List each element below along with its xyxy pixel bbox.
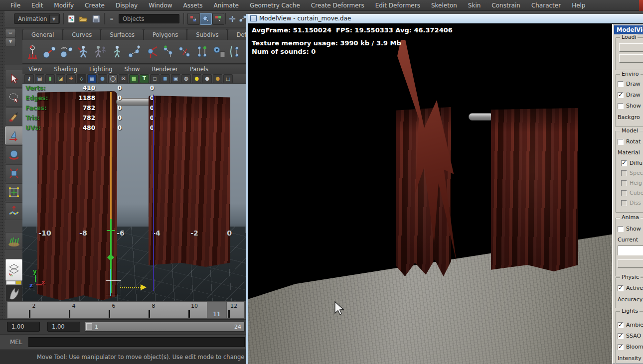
menu-constrain[interactable]: Constrain xyxy=(486,2,526,9)
menu-window[interactable]: Window xyxy=(143,2,177,9)
load-button-1[interactable] xyxy=(619,43,643,52)
joint-connect-shelf-icon[interactable] xyxy=(194,43,210,61)
collapse-bars-icon[interactable]: ≡ xyxy=(107,14,117,24)
show-checkbox[interactable]: Show xyxy=(618,102,641,110)
viewport-menu-show[interactable]: Show xyxy=(119,66,146,73)
ik-handle-shelf-icon[interactable] xyxy=(41,43,57,61)
menu-create[interactable]: Create xyxy=(79,2,110,9)
menu-edit-deformers[interactable]: Edit Deformers xyxy=(370,2,426,9)
lasso-tool-button[interactable] xyxy=(5,89,23,107)
viewport-menu-shading[interactable]: Shading xyxy=(48,66,83,73)
bookmark-icon[interactable]: ▮ xyxy=(45,74,55,83)
playback-start-field[interactable]: 1.00 xyxy=(7,322,40,332)
film-gate-icon[interactable]: ▦ xyxy=(87,74,97,83)
current-frame-marker[interactable]: 11 xyxy=(207,302,227,319)
menu-character[interactable]: Character xyxy=(526,2,566,9)
shelf-tab-subdivs[interactable]: Subdivs xyxy=(187,29,227,40)
wire-cube-icon[interactable]: ◻ xyxy=(150,74,160,83)
mel-command-input[interactable] xyxy=(28,337,245,347)
set-key-shelf-icon[interactable] xyxy=(24,43,40,61)
rotate-tool-button[interactable] xyxy=(5,145,23,163)
paint-select-tool-button[interactable] xyxy=(5,108,23,125)
scale-tool-button[interactable] xyxy=(5,164,23,182)
menu-file[interactable]: File xyxy=(5,2,26,9)
menu-skin[interactable]: Skin xyxy=(463,2,486,9)
default-light-icon[interactable]: ● xyxy=(192,74,201,83)
menu-display[interactable]: Display xyxy=(110,2,143,9)
snap-grid-icon[interactable]: ✛ xyxy=(227,14,237,24)
save-scene-icon[interactable] xyxy=(91,14,101,24)
bone-pair-shelf-icon[interactable] xyxy=(228,43,244,61)
select-object-mask-icon[interactable] xyxy=(200,13,212,25)
last-tool-slot[interactable] xyxy=(6,281,16,285)
specular-checkbox[interactable]: Spec xyxy=(621,169,643,177)
modelview-settings-dialog[interactable]: ModelVie Loadi Enviro Draw Draw Show Bac… xyxy=(612,24,643,364)
shelf-menu-button[interactable]: ▼ xyxy=(5,38,16,46)
modelview-viewport[interactable]: AvgFrame: 51.150024 FPS: 19.550333 Avg: … xyxy=(248,23,643,364)
time-slider[interactable]: 11 2 4 6 8 10 12 xyxy=(7,301,245,319)
checker-sphere-icon[interactable]: ◍ xyxy=(181,74,191,83)
shadow-light-icon[interactable]: ● xyxy=(213,74,222,83)
menu-assets[interactable]: Assets xyxy=(178,2,208,9)
shelf-tab-curves[interactable]: Curves xyxy=(63,29,101,40)
open-scene-icon[interactable] xyxy=(78,14,88,24)
new-scene-icon[interactable] xyxy=(66,14,76,24)
wireframe-mode-icon[interactable]: ◇ xyxy=(77,74,86,83)
active-checkbox[interactable]: Active xyxy=(618,284,643,292)
joint-chain-shelf-icon[interactable] xyxy=(126,43,142,61)
universal-manipulator-tool-button[interactable] xyxy=(5,183,23,201)
menu-set-selector[interactable]: Animation ▼ xyxy=(14,13,60,24)
uv-texture-icon[interactable]: ▩ xyxy=(129,74,139,83)
maya-3d-viewport[interactable]: Verts:41000 Edges:118800 Faces:78200 Tri… xyxy=(22,84,246,301)
character-shelf-icon[interactable] xyxy=(109,43,125,61)
objects-filter-field[interactable]: Objects xyxy=(119,14,179,23)
chevron-down-icon[interactable]: ▼ xyxy=(49,15,58,23)
paint-effects-tool-button[interactable] xyxy=(5,232,23,250)
stop-button[interactable]: Stop xyxy=(618,259,643,268)
ui-drag-handle-strip[interactable] xyxy=(0,11,4,364)
flat-shade-icon[interactable]: ◯ xyxy=(108,74,118,83)
menu-skeleton[interactable]: Skeleton xyxy=(426,2,463,9)
menu-help[interactable]: Help xyxy=(566,2,591,9)
menu-create-deformers[interactable]: Create Deformers xyxy=(306,2,370,9)
viewport-menu-renderer[interactable]: Renderer xyxy=(146,66,184,73)
viewport-menu-lighting[interactable]: Lighting xyxy=(83,66,118,73)
shaded-cube-icon[interactable]: ◼ xyxy=(161,74,170,83)
modelview-title-bar[interactable]: ModelView - curtain_move.dae xyxy=(248,14,643,23)
show-animation-checkbox[interactable]: Show xyxy=(618,225,641,233)
soft-modification-tool-button[interactable] xyxy=(5,202,23,220)
cube-checkbox[interactable]: Cube xyxy=(621,189,643,197)
skeleton-group-shelf-icon[interactable] xyxy=(92,43,108,61)
ik-rotate-plane-shelf-icon[interactable] xyxy=(143,43,159,61)
no-texture-icon[interactable]: ⊠ xyxy=(119,74,128,83)
modelview-window[interactable]: ModelView - curtain_move.dae AvgFrame: 5… xyxy=(246,14,643,364)
shelf-tab-polygons[interactable]: Polygons xyxy=(144,29,187,40)
textured-text-icon[interactable]: T xyxy=(140,74,149,83)
smooth-shade-icon[interactable]: ● xyxy=(98,74,107,83)
bloom-checkbox[interactable]: Bloom xyxy=(618,343,643,351)
diffuse-checkbox[interactable]: Diffu xyxy=(621,159,643,167)
playback-range-bar[interactable]: 1 24 xyxy=(85,322,245,332)
shelf-tab-surfaces[interactable]: Surfaces xyxy=(101,29,144,40)
dissolve-checkbox[interactable]: Diss xyxy=(621,199,641,207)
rotate-checkbox[interactable]: Rotat xyxy=(618,138,641,145)
move-tool-button[interactable] xyxy=(5,126,23,144)
shelf-tab-general[interactable]: General xyxy=(22,29,63,40)
human-ik-shelf-icon[interactable] xyxy=(75,43,91,61)
viewport-menu-panels[interactable]: Panels xyxy=(184,66,214,73)
image-plane-icon[interactable]: ◪ xyxy=(56,74,65,83)
menu-geometry-cache[interactable]: Geometry Cache xyxy=(244,2,306,9)
joint-cut-shelf-icon[interactable] xyxy=(177,43,193,61)
menu-animate[interactable]: Animate xyxy=(208,2,244,9)
shelf-selector-button[interactable]: ▭ xyxy=(5,29,16,37)
isolate-select-icon[interactable]: ⬚ xyxy=(223,74,233,83)
viewport-menu-view[interactable]: View xyxy=(22,66,48,73)
range-start-handle[interactable] xyxy=(86,323,92,330)
height-checkbox[interactable]: Heig xyxy=(621,179,642,187)
animation-start-field[interactable]: 1.00 xyxy=(47,322,80,332)
viewport-layout-button[interactable] xyxy=(5,259,22,281)
eye-trash-shelf-icon[interactable] xyxy=(211,43,227,61)
ik-spline-shelf-icon[interactable] xyxy=(58,43,74,61)
menu-edit[interactable]: Edit xyxy=(26,2,48,9)
draw-checkbox-1[interactable]: Draw xyxy=(618,80,641,88)
